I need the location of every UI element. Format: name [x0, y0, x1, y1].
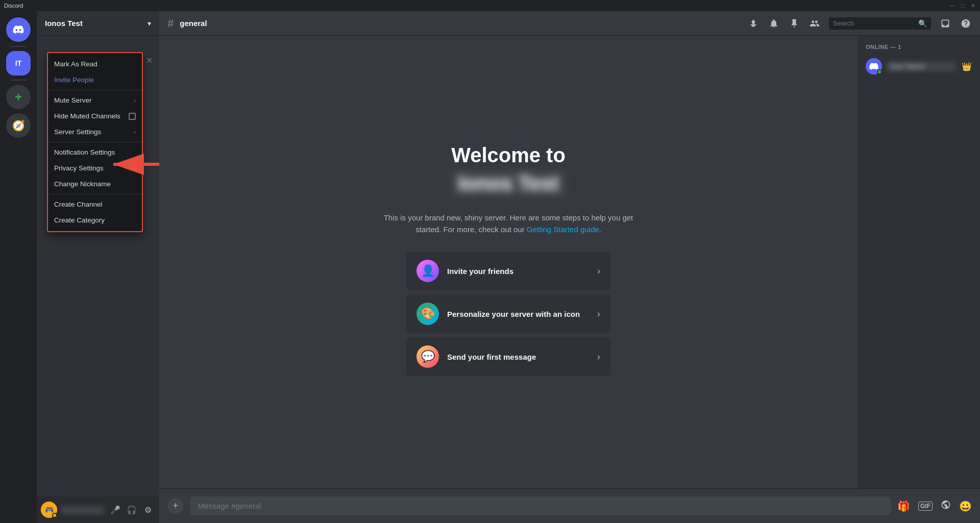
user-info: username	[61, 506, 104, 514]
add-attachment-button[interactable]: +	[167, 498, 184, 514]
chevron-right-icon-card3: ›	[597, 352, 600, 362]
minimize-button[interactable]: ─	[949, 3, 955, 9]
inbox-icon[interactable]	[939, 17, 951, 30]
server-divider	[10, 46, 27, 47]
context-menu-invite-people[interactable]: Invite People	[48, 72, 142, 88]
server-name: Ionos Test	[45, 19, 83, 28]
hide-muted-checkbox[interactable]	[129, 113, 136, 120]
invite-friends-label: Invite your friends	[447, 267, 513, 276]
online-members-header: ONLINE — 1	[866, 44, 972, 50]
context-menu-server-settings[interactable]: Server Settings ›	[48, 124, 142, 140]
title-bar: Discord ─ □ ✕	[0, 0, 980, 11]
gift-icon[interactable]: 🎁	[897, 500, 910, 512]
members-icon[interactable]	[808, 17, 821, 30]
search-bar[interactable]: Search 🔍	[829, 17, 931, 30]
context-menu-separator-1	[48, 90, 142, 90]
user-avatar: 🎮	[41, 502, 57, 518]
bottom-bar: + Message #general 🎁 GIF 😀	[159, 488, 980, 523]
help-icon[interactable]	[960, 17, 972, 30]
server-list: IT + 🧭	[0, 11, 37, 523]
context-menu-mark-as-read[interactable]: Mark As Read	[48, 56, 142, 72]
first-message-label: Send your first message	[447, 353, 536, 361]
notification-bell-icon[interactable]	[768, 17, 780, 30]
server-dropdown-arrow: ▾	[148, 19, 151, 28]
server-boost-icon[interactable]	[747, 17, 760, 30]
discord-home-button[interactable]	[6, 17, 31, 42]
channel-hash-icon: #	[167, 17, 174, 30]
emoji-icon[interactable]: 😀	[959, 500, 972, 512]
chevron-right-icon-card2: ›	[597, 309, 600, 319]
chevron-right-icon-2: ›	[134, 129, 136, 136]
close-context-menu-button[interactable]: ✕	[144, 55, 154, 65]
chevron-right-icon-card1: ›	[597, 266, 600, 277]
member-item: User Name 👑	[866, 56, 972, 77]
add-server-button[interactable]: +	[6, 85, 31, 109]
server-divider-2	[10, 80, 27, 81]
invite-friends-card[interactable]: 👤 Invite your friends ›	[406, 252, 610, 290]
chevron-right-icon: ›	[134, 97, 136, 104]
channel-name: general	[180, 19, 207, 28]
settings-button[interactable]: ⚙	[141, 503, 155, 517]
right-sidebar: ONLINE — 1 User Name 👑	[857, 36, 980, 488]
invite-friends-icon: 👤	[416, 260, 439, 282]
username-display: username	[61, 506, 104, 514]
context-menu-privacy-settings[interactable]: Privacy Settings	[48, 160, 142, 176]
explore-servers-button[interactable]: 🧭	[6, 113, 31, 138]
personalize-server-card[interactable]: 🎨 Personalize your server with an icon ›	[406, 294, 610, 333]
context-menu-hide-muted-channels[interactable]: Hide Muted Channels	[48, 108, 142, 124]
member-online-indicator	[877, 69, 882, 74]
member-avatar	[866, 58, 882, 74]
context-menu-change-nickname[interactable]: Change Nickname	[48, 176, 142, 192]
welcome-description: This is your brand new, shiny server. He…	[381, 212, 636, 235]
headphones-button[interactable]: 🎧	[125, 503, 139, 517]
gif-icon[interactable]: GIF	[918, 502, 933, 511]
member-name-display: User Name	[887, 61, 957, 71]
microphone-button[interactable]: 🎤	[108, 503, 122, 517]
top-bar-icons: Search 🔍	[747, 17, 972, 30]
channel-sidebar: Ionos Test ▾ ✕ Mark As Read Invite Peopl…	[37, 11, 159, 523]
context-menu-mute-server[interactable]: Mute Server ›	[48, 92, 142, 108]
pin-icon[interactable]	[788, 17, 800, 30]
maximize-button[interactable]: □	[960, 3, 966, 9]
server-header[interactable]: Ionos Test ▾	[37, 11, 159, 36]
message-input[interactable]: Message #general	[190, 496, 891, 515]
first-message-icon: 💬	[416, 345, 439, 368]
sticker-icon[interactable]	[941, 500, 951, 512]
main-content: # general Search 🔍	[159, 11, 980, 523]
user-controls: 🎤 🎧 ⚙	[108, 503, 155, 517]
window-controls: ─ □ ✕	[949, 3, 976, 9]
first-message-card[interactable]: 💬 Send your first message ›	[406, 337, 610, 376]
search-icon: 🔍	[918, 19, 927, 28]
close-button[interactable]: ✕	[970, 3, 976, 9]
server-icon-it[interactable]: IT	[6, 51, 31, 76]
context-menu-separator-2	[48, 142, 142, 142]
user-status-indicator	[52, 513, 57, 518]
top-bar: # general Search 🔍	[159, 11, 980, 36]
search-placeholder: Search	[833, 19, 914, 27]
personalize-label: Personalize your server with an icon	[447, 310, 580, 318]
context-menu-separator-3	[48, 194, 142, 194]
user-area: 🎮 username 🎤 🎧 ⚙	[37, 496, 159, 523]
app-title: Discord	[4, 3, 23, 9]
content-area: Welcome to Ionos Test This is your brand…	[159, 36, 980, 488]
welcome-area: Welcome to Ionos Test This is your brand…	[159, 36, 857, 488]
server-name-blurred: Ionos Test	[452, 171, 565, 196]
member-badge-icon: 👑	[962, 62, 972, 71]
getting-started-link[interactable]: Getting Started guide	[527, 225, 599, 234]
context-menu-create-category[interactable]: Create Category	[48, 212, 142, 228]
personalize-icon: 🎨	[416, 303, 439, 325]
context-menu-create-channel[interactable]: Create Channel	[48, 196, 142, 212]
message-actions: 🎁 GIF 😀	[897, 500, 972, 512]
context-menu: Mark As Read Invite People Mute Server ›…	[47, 52, 143, 232]
welcome-title: Welcome to	[451, 144, 566, 167]
context-menu-notification-settings[interactable]: Notification Settings	[48, 144, 142, 160]
